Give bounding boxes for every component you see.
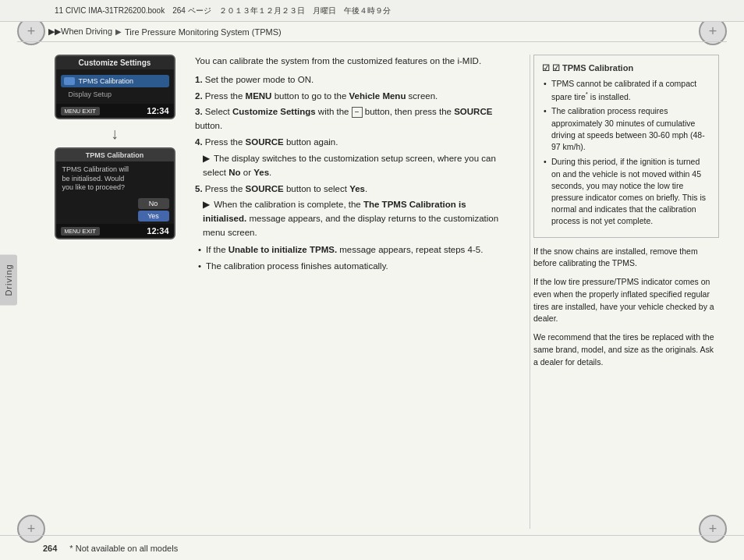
device1-menu-text: TPMS Calibration (79, 77, 134, 85)
side-tab: Driving (0, 254, 17, 305)
intro-text: You can calibrate the system from the cu… (195, 55, 512, 69)
device1-time: 12:34 (147, 106, 168, 115)
side-tab-label: Driving (4, 264, 13, 296)
device2-bottom: MENU EXIT 12:34 (56, 224, 174, 238)
device-screen-1: Customize Settings TPMS Calibration Disp… (55, 55, 175, 119)
device1-menu-item: TPMS Calibration (61, 75, 169, 87)
device2-yes-btn[interactable]: Yes (138, 211, 169, 222)
step-3: 3. Select Customize Settings with the − … (195, 105, 512, 133)
page-number: 264 (43, 544, 57, 553)
device2-message: TPMS Calibration will be initialised. Wo… (56, 161, 174, 197)
tpms-note-title: ☑ ☑ TPMS Calibration (542, 62, 710, 75)
right-para-2: If the low tire pressure/TPMS indicator … (533, 276, 719, 325)
device1-sub-item: Display Setup (61, 89, 169, 100)
breadcrumb: ▶▶When Driving ▶ Tire Pressure Monitorin… (17, 22, 727, 42)
step-1: 1. Set the power mode to ON. (195, 73, 512, 87)
right-bullet-2: The calibration process requires approxi… (542, 105, 710, 153)
bullet-auto: The calibration process finishes automat… (195, 260, 512, 274)
device2-buttons: No Yes (56, 197, 174, 224)
tpms-note-box: ☑ ☑ TPMS Calibration TPMS cannot be cali… (533, 55, 719, 238)
right-column: ☑ ☑ TPMS Calibration TPMS cannot be cali… (533, 55, 727, 529)
column-separator (530, 55, 530, 529)
file-info: 11 CIVIC IMA-31TR26200.book 264 ページ ２０１３… (55, 5, 391, 16)
device2-no-btn[interactable]: No (138, 198, 169, 209)
device1-menu-icon: MENU (65, 108, 81, 114)
step-4-sub: ▶ The display switches to the customizat… (195, 152, 512, 180)
device2-title: TPMS Calibration (56, 149, 174, 161)
footnote: * Not available on all models (69, 544, 178, 553)
right-bullet-3: During this period, if the ignition is t… (542, 156, 710, 227)
top-header: 11 CIVIC IMA-31TR26200.book 264 ページ ２０１３… (0, 0, 744, 22)
right-para-3: We recommend that the tires be replaced … (533, 331, 719, 368)
device2-time: 12:34 (147, 226, 168, 236)
step-2: 2. Press the MENU button to go to the Ve… (195, 90, 512, 104)
bottom-bar: 264 * Not available on all models (0, 535, 744, 560)
step-5-sub: ▶ When the calibration is complete, the … (195, 198, 512, 239)
device1-bottom: MENU EXIT 12:34 (56, 104, 174, 118)
content-columns: Customize Settings TPMS Calibration Disp… (17, 42, 727, 535)
device2-exit: MENU EXIT (61, 227, 101, 236)
device1-inner: TPMS Calibration Display Setup (56, 69, 174, 104)
device1-exit: MENU EXIT (61, 107, 101, 115)
right-para-1: If the snow chains are installed, remove… (533, 246, 719, 271)
step-4: 4. Press the SOURCE button again. (195, 136, 512, 150)
middle-column: You can calibrate the system from the cu… (181, 55, 526, 529)
device1-title: Customize Settings (56, 56, 174, 69)
right-bullet-1: TPMS cannot be calibrated if a compact s… (542, 78, 710, 103)
left-column: Customize Settings TPMS Calibration Disp… (17, 55, 181, 529)
bullet-unable: If the Unable to initialize TPMS. messag… (195, 243, 512, 257)
breadcrumb-arrow: ▶ (115, 27, 122, 36)
note-checkbox-icon: ☑ (542, 62, 550, 75)
breadcrumb-part1: ▶▶When Driving (48, 27, 112, 37)
arrow-down: ↓ (111, 126, 119, 141)
main-content: ▶▶When Driving ▶ Tire Pressure Monitorin… (17, 22, 727, 535)
breadcrumb-part3: Tire Pressure Monitoring System (TPMS) (125, 27, 282, 37)
device-screen-2: TPMS Calibration TPMS Calibration will b… (55, 147, 175, 239)
step-5: 5. Press the SOURCE button to select Yes… (195, 183, 512, 197)
device1-icon (64, 77, 75, 85)
